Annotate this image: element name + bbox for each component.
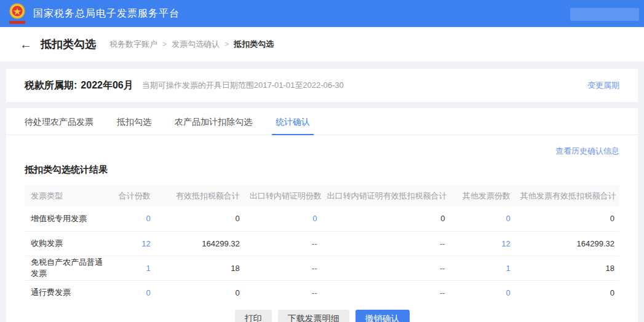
national-emblem-logo [7, 2, 27, 25]
table-cell: -- [322, 231, 450, 256]
change-period-link[interactable]: 变更属期 [587, 80, 619, 91]
app-header: 国家税务总局电子发票服务平台 [0, 0, 644, 27]
table-row: 收购发票12164299.32----12164299.32 [25, 231, 619, 256]
footer-actions: 打印下载发票明细撤销确认 [25, 305, 619, 322]
breadcrumb: 税务数字账户>发票勾选确认>抵扣类勾选 [109, 39, 274, 50]
breadcrumb-bar: ← 抵扣类勾选 税务数字账户>发票勾选确认>抵扣类勾选 [0, 27, 644, 61]
count-link-cell[interactable]: 12 [108, 231, 155, 256]
history-confirm-link[interactable]: 查看历史确认信息 [555, 146, 619, 155]
table-cell: 免税自产农产品普通发票 [25, 256, 108, 280]
table-cell: 收购发票 [25, 231, 108, 256]
period-label: 税款所属期: [25, 79, 77, 92]
table-cell: -- [322, 280, 450, 305]
count-link-cell[interactable]: 12 [450, 231, 515, 256]
column-header: 其他发票有效抵扣税额合计 [515, 186, 619, 206]
tab-待处理农产品发票[interactable]: 待处理农产品发票 [25, 108, 93, 135]
table-cell: 0 [515, 206, 619, 231]
table-cell: -- [245, 256, 322, 280]
breadcrumb-item[interactable]: 发票勾选确认 [172, 39, 220, 50]
tab-bar: 待处理农产品发票抵扣勾选农产品加计扣除勾选统计确认 [6, 108, 638, 135]
period-hint: 当期可操作发票的开具日期范围2017-01-01至2022-06-30 [142, 80, 344, 91]
table-cell: 18 [515, 256, 619, 280]
table-cell: 18 [156, 256, 245, 280]
table-cell: 164299.32 [156, 231, 245, 256]
table-header-row: 发票类型合计份数有效抵扣税额合计出口转内销证明份数出口转内销证明有效抵扣税额合计… [25, 186, 619, 206]
breadcrumb-separator: > [225, 40, 229, 49]
button-撤销确认[interactable]: 撤销确认 [356, 310, 410, 322]
table-cell: 0 [156, 206, 245, 231]
table-cell: -- [245, 280, 322, 305]
button-打印[interactable]: 打印 [235, 310, 272, 322]
stats-table: 发票类型合计份数有效抵扣税额合计出口转内销证明份数出口转内销证明有效抵扣税额合计… [25, 186, 619, 305]
column-header: 合计份数 [108, 186, 155, 206]
tab-抵扣勾选[interactable]: 抵扣勾选 [117, 108, 151, 135]
table-row: 免税自产农产品普通发票118----118 [25, 256, 619, 280]
breadcrumb-item: 抵扣类勾选 [234, 39, 274, 50]
count-link-cell[interactable]: 0 [450, 206, 515, 231]
table-cell: -- [245, 231, 322, 256]
column-header: 有效抵扣税额合计 [156, 186, 245, 206]
main-panel: 待处理农产品发票抵扣勾选农产品加计扣除勾选统计确认 查看历史确认信息 抵扣类勾选… [6, 108, 638, 322]
count-link-cell[interactable]: 1 [108, 256, 155, 280]
page-title: 抵扣类勾选 [41, 37, 96, 52]
count-link-cell[interactable]: 0 [108, 206, 155, 231]
count-link-cell[interactable]: 0 [108, 280, 155, 305]
table-cell: 增值税专用发票 [25, 206, 108, 231]
table-cell: 0 [322, 206, 450, 231]
tab-统计确认[interactable]: 统计确认 [276, 108, 310, 135]
tab-农产品加计扣除勾选[interactable]: 农产品加计扣除勾选 [175, 108, 252, 135]
column-header: 发票类型 [25, 186, 108, 206]
column-header: 出口转内销证明有效抵扣税额合计 [322, 186, 450, 206]
period-value: 2022年06月 [81, 79, 133, 92]
table-cell: -- [322, 256, 450, 280]
table-row: 通行费发票00----00 [25, 280, 619, 305]
app-title: 国家税务总局电子发票服务平台 [33, 7, 180, 20]
table-cell: 164299.32 [515, 231, 619, 256]
period-bar: 税款所属期: 2022年06月 当期可操作发票的开具日期范围2017-01-01… [6, 69, 638, 102]
section-title: 抵扣类勾选统计结果 [25, 164, 619, 176]
breadcrumb-item[interactable]: 税务数字账户 [109, 39, 157, 50]
user-info-area[interactable] [570, 8, 639, 21]
table-row: 增值税专用发票000000 [25, 206, 619, 231]
back-arrow-icon[interactable]: ← [20, 38, 32, 50]
column-header: 其他发票份数 [450, 186, 515, 206]
table-cell: 通行费发票 [25, 280, 108, 305]
button-下载发票明细[interactable]: 下载发票明细 [278, 310, 349, 322]
column-header: 出口转内销证明份数 [245, 186, 322, 206]
count-link-cell[interactable]: 1 [450, 256, 515, 280]
table-cell: 0 [515, 280, 619, 305]
breadcrumb-separator: > [162, 40, 167, 49]
table-cell: 0 [156, 280, 245, 305]
count-link-cell[interactable]: 0 [450, 280, 515, 305]
count-link-cell[interactable]: 0 [245, 206, 322, 231]
